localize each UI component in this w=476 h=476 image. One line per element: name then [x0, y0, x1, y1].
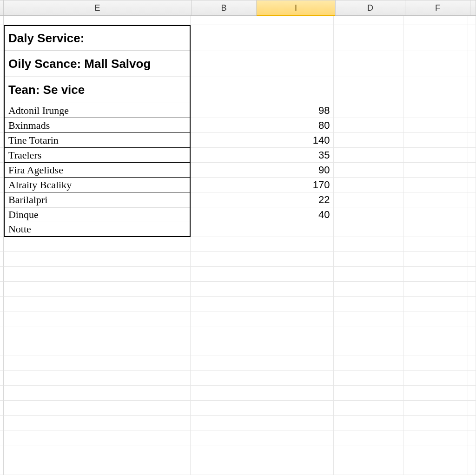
- blank-row[interactable]: [0, 341, 476, 356]
- blank-row[interactable]: [0, 326, 476, 341]
- label-cell[interactable]: Traelers: [4, 148, 191, 163]
- blank-row[interactable]: [0, 430, 476, 445]
- value-cell[interactable]: 140: [255, 133, 334, 148]
- column-header-overflow[interactable]: [470, 0, 476, 15]
- column-header-D[interactable]: D: [336, 0, 405, 15]
- label-cell[interactable]: Barilalpri: [4, 192, 191, 207]
- blank-row[interactable]: [0, 311, 476, 326]
- blank-row[interactable]: [0, 282, 476, 297]
- blank-row[interactable]: [0, 297, 476, 311]
- value-cell[interactable]: 40: [255, 207, 334, 222]
- table-row[interactable]: Traelers 35: [0, 148, 476, 163]
- value-cell[interactable]: 22: [255, 192, 334, 207]
- column-header-B[interactable]: B: [192, 0, 257, 15]
- spreadsheet: E B I D F Daly Service:: [0, 0, 476, 476]
- column-header-F[interactable]: F: [405, 0, 470, 15]
- column-header-I[interactable]: I: [257, 0, 336, 15]
- value-cell[interactable]: 170: [255, 178, 334, 192]
- table-row[interactable]: Barilalpri 22: [0, 192, 476, 207]
- header-row-2[interactable]: Oily Scance: Mall Salvog: [0, 51, 476, 77]
- value-cell[interactable]: 35: [255, 148, 334, 163]
- header-line-1[interactable]: Daly Service:: [4, 25, 191, 51]
- column-header-row: E B I D F: [0, 0, 476, 16]
- value-cell[interactable]: 90: [255, 163, 334, 178]
- table-row[interactable]: Bxinmads 80: [0, 118, 476, 133]
- value-cell[interactable]: 98: [255, 103, 334, 118]
- blank-row[interactable]: [0, 386, 476, 401]
- value-cell[interactable]: 80: [255, 118, 334, 133]
- blank-row[interactable]: [0, 267, 476, 282]
- table-row[interactable]: Notte: [0, 222, 476, 237]
- label-cell[interactable]: Dinque: [4, 207, 191, 222]
- table-row[interactable]: Alraity Bcaliky 170: [0, 178, 476, 192]
- label-cell[interactable]: Adtonil Irunge: [4, 103, 191, 118]
- label-cell[interactable]: Bxinmads: [4, 118, 191, 133]
- table-row[interactable]: Dinque 40: [0, 207, 476, 222]
- blank-row[interactable]: [0, 237, 476, 252]
- blank-row[interactable]: [0, 416, 476, 430]
- row-gutter-header: [0, 0, 4, 15]
- column-header-E[interactable]: E: [4, 0, 192, 15]
- label-cell[interactable]: Tine Totarin: [4, 133, 191, 148]
- grid[interactable]: Daly Service: Oily Scance: Mall Salvog T…: [0, 16, 476, 476]
- table-row[interactable]: Tine Totarin 140: [0, 133, 476, 148]
- header-row-1[interactable]: Daly Service:: [0, 25, 476, 51]
- header-line-3[interactable]: Tean: Se vice: [4, 77, 191, 103]
- value-cell[interactable]: [255, 222, 334, 237]
- label-cell[interactable]: Notte: [4, 222, 191, 237]
- header-row-3[interactable]: Tean: Se vice: [0, 77, 476, 103]
- header-line-2[interactable]: Oily Scance: Mall Salvog: [4, 51, 191, 77]
- table-row[interactable]: Fira Agelidse 90: [0, 163, 476, 178]
- blank-row[interactable]: [0, 460, 476, 475]
- blank-row[interactable]: [0, 356, 476, 371]
- blank-row[interactable]: [0, 371, 476, 386]
- label-cell[interactable]: Alraity Bcaliky: [4, 178, 191, 192]
- blank-row[interactable]: [0, 401, 476, 416]
- blank-row[interactable]: [0, 16, 476, 25]
- blank-row[interactable]: [0, 252, 476, 267]
- blank-row[interactable]: [0, 445, 476, 460]
- label-cell[interactable]: Fira Agelidse: [4, 163, 191, 178]
- table-row[interactable]: Adtonil Irunge 98: [0, 103, 476, 118]
